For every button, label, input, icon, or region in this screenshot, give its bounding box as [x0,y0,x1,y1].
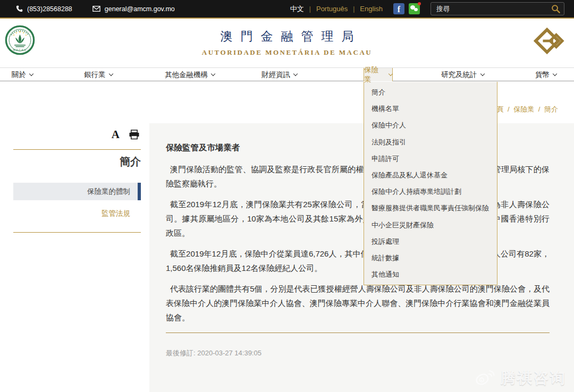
nav-label: 關於 [12,70,26,80]
chevron-down-icon [29,72,33,76]
nav-label: 銀行業 [84,70,106,80]
breadcrumb-separator: / [538,105,541,113]
mail-icon [92,6,100,12]
dropdown-item-intro[interactable]: 簡介 [364,84,497,100]
main-nav: 關於 銀行業 其他金融機構 財經資訊 保險業 研究及統計 貨幣 [0,67,574,81]
breadcrumb-current-page: 簡介 [544,105,558,113]
wechat-icon[interactable] [409,3,420,14]
top-utility-bar: (853)28568288 general@amcm.gov.mo 中文 | P… [0,0,574,18]
language-switcher: 中文 | Português | English [290,4,383,14]
amcm-logo [534,26,567,58]
dropdown-item-statistics[interactable]: 統計數據 [364,250,497,266]
nav-label: 研究及統計 [441,70,477,80]
dropdown-item-cpd-programme[interactable]: 保險中介人持續專業培訓計劃 [364,183,497,200]
content-divider [166,333,550,333]
watermark: 腾祺咨询 [475,368,567,388]
sidebar-section-title: 簡介 [13,155,141,169]
nav-label: 財經資訊 [261,70,290,80]
nav-item-other-financial-institutions[interactable]: 其他金融機構 [165,68,215,81]
nav-label: 貨幣 [535,70,550,80]
nav-item-currency[interactable]: 貨幣 [535,68,556,81]
page-tools: A [0,128,140,141]
chevron-down-icon [389,72,393,76]
dropdown-item-application-licensing[interactable]: 申請許可 [364,150,497,167]
print-icon[interactable] [129,130,140,140]
sidebar-item-label: 保險業的體制 [87,187,130,197]
language-divider: | [353,5,354,13]
nav-item-research-statistics[interactable]: 研究及統計 [441,68,484,81]
dropdown-item-rules-guidelines[interactable]: 法則及指引 [364,134,497,150]
site-brand: 澳門金融管理局 AUTORIDADE MONETÁRIA DE MACAU [0,28,574,57]
chevron-down-icon [211,72,215,76]
email-address[interactable]: general@amcm.gov.mo [105,5,175,13]
dropdown-item-other-notices[interactable]: 其他通知 [364,266,497,283]
facebook-icon[interactable]: f [393,3,404,14]
nav-label: 其他金融機構 [165,70,208,80]
dropdown-item-medical-liability-insurance[interactable]: 醫療服務提供者職業民事責任強制保險 [364,200,497,216]
dropdown-item-institutions-list[interactable]: 機構名單 [364,100,497,117]
nav-item-insurance[interactable]: 保險業 [364,68,393,81]
sidebar-item-regulations[interactable]: 監管法規 [13,207,141,220]
chevron-down-icon [480,72,484,76]
wechat-bubble [414,8,418,11]
phone-icon [16,5,23,12]
site-title-portuguese: AUTORIDADE MONETÁRIA DE MACAU [0,48,574,57]
dropdown-item-sme-catastrophe-insurance[interactable]: 中小企巨災財產保險 [364,217,497,233]
nav-item-banking[interactable]: 銀行業 [84,68,113,81]
language-english[interactable]: English [360,5,383,13]
phone-contact: (853)28568288 [16,5,72,13]
dropdown-item-complaints[interactable]: 投訴處理 [364,233,497,250]
watermark-text: 腾祺咨询 [501,368,567,388]
language-portuguese[interactable]: Português [316,5,348,13]
nav-label: 保險業 [364,65,385,84]
nav-item-financial-information[interactable]: 財經資訊 [261,68,297,81]
site-header: MACAU 澳門金融管理局 AUTORIDADE MONETÁRIA DE MA… [0,19,574,67]
sidebar-divider [13,232,141,233]
search-input[interactable] [430,2,564,15]
search-icon[interactable] [551,4,560,13]
language-divider: | [309,5,311,13]
last-modified-timestamp: 最後修訂: 2020-03-27 14:39:05 [166,348,551,358]
language-chinese[interactable]: 中文 [290,4,304,14]
breadcrumb: 主頁 / 保險業 / 簡介 [488,105,559,114]
font-size-icon[interactable]: A [112,128,120,141]
site-title-chinese: 澳門金融管理局 [0,28,574,45]
chevron-down-icon [293,72,298,76]
email-contact[interactable]: general@amcm.gov.mo [92,5,175,13]
content-panel: 保險監管及市場業者 澳門保險活動的監管、協調及監察是行政長官所屬的權限，此項權限… [149,123,574,392]
dropdown-item-insurance-intermediaries[interactable]: 保險中介人 [364,117,497,133]
content-paragraph: 代表該行業的團體共有5個，分別是代表已獲授權經營人壽保險公司及非人壽保險公司的澳… [166,282,550,325]
weibo-icon [475,370,495,387]
breadcrumb-separator: / [508,105,510,113]
wechat-badge [418,2,421,5]
phone-number: (853)28568288 [27,5,72,13]
breadcrumb-insurance[interactable]: 保險業 [513,105,534,113]
sidebar-item-label: 監管法規 [102,209,130,218]
insurance-dropdown-menu: 簡介 機構名單 保險中介人 法則及指引 申請許可 保險產品及私人退休基金 保險中… [364,82,497,285]
sidebar-divider [13,149,141,150]
sidebar-item-insurance-system[interactable]: 保險業的體制 [13,183,141,200]
chevron-down-icon [108,72,113,76]
chevron-down-icon [553,72,557,76]
nav-item-about[interactable]: 關於 [12,68,33,81]
dropdown-item-products-pension-funds[interactable]: 保險產品及私人退休基金 [364,167,497,183]
search-box [430,2,564,15]
